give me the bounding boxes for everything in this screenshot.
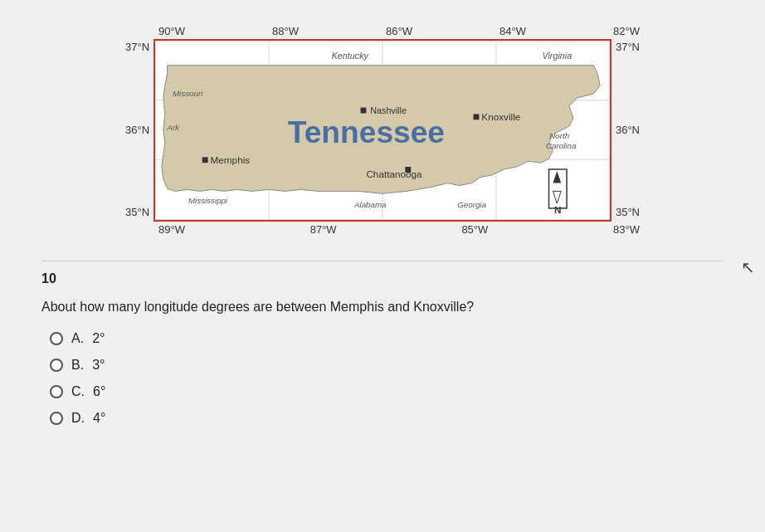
virginia-label: Virginia [543, 51, 573, 61]
map-outer: 90°W 88°W 86°W 84°W 82°W 37°N 36°N 35°N [125, 25, 640, 236]
radio-a[interactable] [50, 332, 63, 345]
knoxville-label: Knoxville [481, 111, 520, 122]
lat-labels-left: 37°N 36°N 35°N [125, 39, 153, 222]
option-b[interactable]: B. 3° [50, 358, 724, 373]
map-body: 37°N 36°N 35°N [125, 39, 640, 222]
lon-top-82: 82°W [613, 25, 640, 37]
radio-d[interactable] [50, 412, 63, 425]
answer-options: A. 2° B. 3° C. 6° D. 4° [41, 331, 724, 426]
georgia-label: Georgia [457, 200, 486, 209]
lon-top-88: 88°W [272, 25, 299, 37]
lon-top-84: 84°W [499, 25, 526, 37]
north-arrow-down [553, 191, 561, 203]
lat-right-36: 36°N [616, 124, 640, 136]
label-c: C. [71, 384, 85, 399]
lat-left-37: 37°N [125, 41, 149, 53]
lat-left-36: 36°N [125, 124, 149, 136]
lon-bot-85: 85°W [461, 223, 488, 236]
memphis-label: Memphis [211, 154, 251, 165]
tennessee-label: Tennessee [288, 115, 445, 149]
lon-top-86: 86°W [386, 25, 412, 37]
ark-label: Ark [166, 123, 180, 132]
lat-left-35: 35°N [125, 206, 149, 218]
nashville-label: Nashville [370, 105, 407, 115]
lat-right-37: 37°N [616, 41, 640, 53]
lon-top-90: 90°W [158, 25, 185, 37]
option-d[interactable]: D. 4° [50, 411, 724, 426]
label-d: D. [71, 411, 85, 426]
map-svg-container: Kentucky Virginia Missouri Ark Mississip… [153, 39, 612, 222]
lon-bot-83: 83°W [613, 223, 640, 236]
lon-labels-bottom: 89°W 87°W 85°W 83°W [125, 222, 640, 236]
north-carolina-label: North [549, 131, 569, 140]
memphis-marker [202, 157, 208, 163]
value-b: 3° [92, 358, 105, 373]
nashville-marker [361, 108, 367, 114]
cursor-arrow: ↖ [741, 257, 755, 277]
value-c: 6° [93, 384, 105, 399]
question-section: 10 About how many longitude degrees are … [25, 252, 740, 434]
radio-b[interactable] [50, 359, 63, 372]
label-a: A. [71, 331, 84, 346]
chattanooga-label: Chattanooga [366, 168, 422, 179]
mississippi-label: Mississippi [188, 196, 228, 205]
lon-bot-89: 89°W [158, 223, 185, 236]
alabama-label: Alabama [353, 200, 387, 209]
north-arrow-up [553, 171, 561, 183]
radio-c[interactable] [50, 385, 63, 398]
lon-bot-87: 87°W [310, 223, 337, 236]
map-wrapper: 90°W 88°W 86°W 84°W 82°W 37°N 36°N 35°N [25, 17, 740, 236]
lon-labels-top: 90°W 88°W 86°W 84°W 82°W [125, 25, 640, 39]
missouri-label: Missouri [173, 89, 203, 98]
question-number: 10 [41, 261, 724, 286]
kentucky-label: Kentucky [332, 51, 369, 61]
lat-labels-right: 37°N 36°N 35°N [612, 39, 640, 222]
north-n-label: N [554, 204, 561, 215]
knoxville-marker [474, 114, 480, 120]
question-text: About how many longitude degrees are bet… [41, 300, 724, 315]
value-d: 4° [93, 411, 105, 426]
label-b: B. [71, 358, 84, 373]
value-a: 2° [92, 331, 105, 346]
option-a[interactable]: A. 2° [50, 331, 724, 346]
lat-right-35: 35°N [616, 206, 640, 218]
map-svg: Kentucky Virginia Missouri Ark Mississip… [155, 41, 610, 220]
north-carolina-label2: Carolina [546, 141, 577, 150]
page-container: 90°W 88°W 86°W 84°W 82°W 37°N 36°N 35°N [0, 0, 765, 451]
map-and-right: Kentucky Virginia Missouri Ark Mississip… [153, 39, 640, 222]
option-c[interactable]: C. 6° [50, 384, 724, 399]
